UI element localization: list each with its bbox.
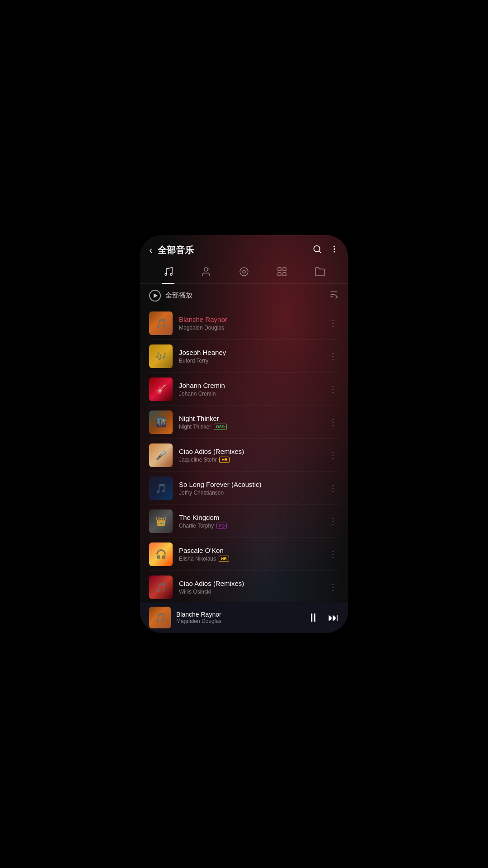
album-art: 🎵 [149, 576, 173, 599]
song-artist: Night Thinker DSD [179, 424, 321, 430]
song-title: The Kingdom [179, 514, 321, 521]
page-title: 全部音乐 [158, 244, 307, 256]
song-artist: Willis Osinski [179, 589, 321, 595]
song-info: The Kingdom Charlie Torphy SQ [179, 514, 321, 529]
now-playing-artist: Magdalen Douglas [176, 618, 302, 624]
song-more-button[interactable]: ⋮ [327, 547, 339, 561]
song-artist: Johann Cremin [179, 391, 321, 397]
header: ‹ 全部音乐 [140, 235, 348, 261]
album-art: 👑 [149, 509, 173, 533]
quality-badge-hr: HR [219, 457, 230, 463]
folders-tab-icon [314, 266, 325, 280]
song-title: Ciao Adios (Remixes) [179, 580, 321, 587]
album-art: 🎵 [149, 311, 173, 335]
svg-rect-10 [278, 273, 281, 276]
song-title: Johann Cremin [179, 382, 321, 389]
svg-point-7 [243, 270, 245, 273]
song-more-button[interactable]: ⋮ [327, 349, 339, 363]
song-more-button[interactable]: ⋮ [327, 448, 339, 462]
song-artist: Jeffry Christiansen [179, 490, 321, 496]
song-more-button[interactable]: ⋮ [327, 514, 339, 528]
svg-point-5 [204, 268, 208, 271]
now-playing-bar[interactable]: 🎵 Blanche Raynor Magdalen Douglas ⏸ ⏭ [140, 602, 348, 633]
tab-albums[interactable] [233, 264, 255, 282]
quality-badge-sq: SQ [216, 523, 227, 529]
pause-button[interactable]: ⏸ [307, 611, 319, 625]
next-button[interactable]: ⏭ [328, 611, 339, 624]
list-item[interactable]: 🎧 Pascale O'Kon Elisha Nikolaus HR ⋮ [140, 538, 348, 571]
play-all-bar: 全部播放 [140, 284, 348, 307]
song-info: Night Thinker Night Thinker DSD [179, 415, 321, 430]
svg-point-4 [333, 251, 335, 252]
tab-bar [140, 261, 348, 284]
svg-rect-9 [283, 268, 286, 271]
song-artist: Jaqueline Stehr HR [179, 457, 321, 463]
list-item[interactable]: 🎵 Blanche Raynor Magdalen Douglas ⋮ [140, 307, 348, 340]
song-artist: Charlie Torphy SQ [179, 523, 321, 529]
song-artist: Magdalen Douglas [179, 325, 321, 331]
album-art: 🎶 [149, 344, 173, 368]
playback-controls: ⏸ ⏭ [307, 611, 339, 625]
list-item[interactable]: 🎤 Ciao Adios (Remixes) Jaqueline Stehr H… [140, 439, 348, 472]
list-item[interactable]: 🎵 So Long Forever (Acoustic) Jeffry Chri… [140, 472, 348, 505]
song-info: Ciao Adios (Remixes) Willis Osinski [179, 580, 321, 595]
song-title: Pascale O'Kon [179, 547, 321, 554]
svg-point-6 [240, 268, 248, 276]
list-item[interactable]: 🎸 Johann Cremin Johann Cremin ⋮ [140, 373, 348, 406]
song-more-button[interactable]: ⋮ [327, 415, 339, 429]
now-playing-title: Blanche Raynor [176, 611, 302, 618]
song-title: Night Thinker [179, 415, 321, 422]
album-art: 🌃 [149, 410, 173, 434]
song-list: 🎵 Blanche Raynor Magdalen Douglas ⋮ [140, 307, 348, 602]
list-item[interactable]: 🌃 Night Thinker Night Thinker DSD ⋮ [140, 406, 348, 439]
tab-playlist[interactable] [271, 264, 293, 282]
song-title: Ciao Adios (Remixes) [179, 448, 321, 455]
quality-badge-dsd: DSD [214, 424, 227, 430]
now-playing-info: Blanche Raynor Magdalen Douglas [176, 611, 302, 624]
tab-folders[interactable] [309, 264, 331, 282]
song-info: Pascale O'Kon Elisha Nikolaus HR [179, 547, 321, 562]
song-artist: Elisha Nikolaus HR [179, 556, 321, 562]
tab-artists[interactable] [195, 264, 217, 282]
song-info: Ciao Adios (Remixes) Jaqueline Stehr HR [179, 448, 321, 463]
song-info: Joseph Heaney Buford Terry [179, 349, 321, 364]
song-more-button[interactable]: ⋮ [327, 382, 339, 396]
song-more-button[interactable]: ⋮ [327, 481, 339, 495]
svg-line-1 [319, 251, 321, 253]
play-all-label: 全部播放 [165, 291, 324, 300]
list-item[interactable]: 👑 The Kingdom Charlie Torphy SQ ⋮ [140, 505, 348, 538]
song-info: Johann Cremin Johann Cremin [179, 382, 321, 397]
album-art: 🎵 [149, 476, 173, 500]
more-icon[interactable] [330, 245, 339, 256]
svg-point-3 [333, 248, 335, 250]
song-more-button[interactable]: ⋮ [327, 316, 339, 330]
songs-tab-icon [163, 266, 174, 280]
artists-tab-icon [201, 266, 211, 280]
header-actions [313, 245, 339, 256]
list-item[interactable]: 🎶 Joseph Heaney Buford Terry ⋮ [140, 340, 348, 373]
play-all-button[interactable] [149, 290, 161, 302]
song-title: Joseph Heaney [179, 349, 321, 356]
song-more-button[interactable]: ⋮ [327, 580, 339, 594]
search-icon[interactable] [313, 245, 322, 256]
album-art: 🎧 [149, 542, 173, 566]
now-playing-art: 🎵 [149, 607, 171, 628]
song-info: So Long Forever (Acoustic) Jeffry Christ… [179, 481, 321, 496]
svg-rect-11 [283, 273, 286, 276]
song-title: So Long Forever (Acoustic) [179, 481, 321, 488]
list-item[interactable]: 🎵 Ciao Adios (Remixes) Willis Osinski ⋮ [140, 571, 348, 602]
sort-icon[interactable] [329, 289, 339, 302]
svg-point-2 [333, 246, 335, 247]
song-info: Blanche Raynor Magdalen Douglas [179, 316, 321, 331]
album-art: 🎤 [149, 443, 173, 467]
svg-rect-8 [278, 268, 281, 271]
albums-tab-icon [239, 266, 249, 280]
album-art: 🎸 [149, 377, 173, 401]
song-title: Blanche Raynor [179, 316, 321, 323]
tab-songs[interactable] [157, 264, 179, 282]
song-artist: Buford Terry [179, 358, 321, 364]
back-button[interactable]: ‹ [149, 245, 152, 256]
quality-badge-hr: HR [219, 556, 229, 562]
playlist-tab-icon [277, 266, 287, 280]
